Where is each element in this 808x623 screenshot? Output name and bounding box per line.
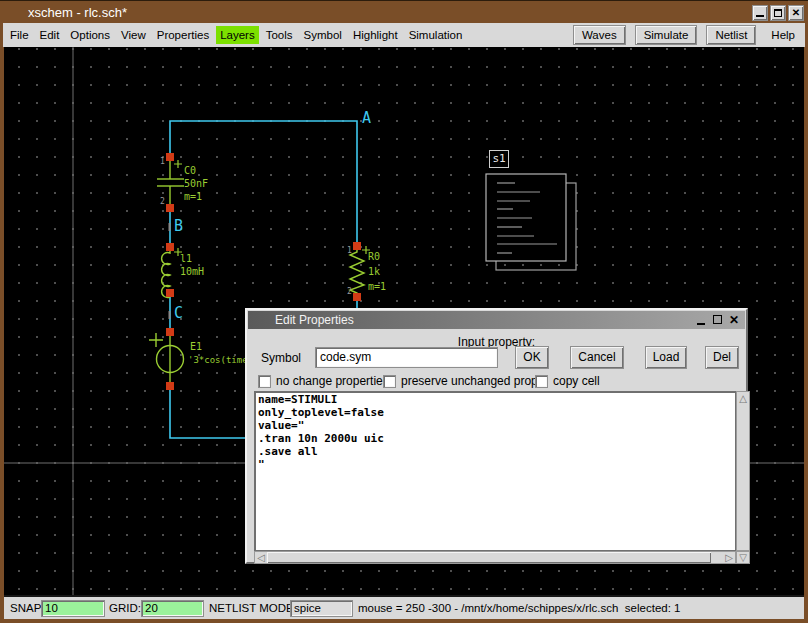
menu-file[interactable]: File [6, 26, 33, 44]
minimize-icon [756, 15, 764, 17]
resistor-value[interactable]: 1k [368, 266, 380, 277]
menu-view[interactable]: View [117, 26, 150, 44]
netlist-mode-input[interactable]: spice [290, 600, 353, 617]
menu-properties[interactable]: Properties [153, 26, 213, 44]
xschem-window: xschem - rlc.sch* ✕ File Edit Options Vi… [0, 0, 808, 623]
menu-tools[interactable]: Tools [262, 26, 297, 44]
resistor-symbol[interactable] [350, 246, 370, 297]
inductor-ref[interactable]: l1 [180, 253, 192, 264]
source-symbol[interactable] [149, 332, 184, 386]
grid-input[interactable]: 20 [141, 600, 204, 617]
waves-button[interactable]: Waves [573, 25, 626, 45]
resistor-pin2: 2 [347, 287, 352, 296]
maximize-icon [713, 315, 722, 324]
capacitor-pin2: 2 [160, 197, 165, 206]
snap-input[interactable]: 10 [41, 600, 105, 617]
no-change-properties-checkbox[interactable] [258, 375, 271, 388]
cancel-button[interactable]: Cancel [570, 346, 624, 369]
copy-cell-label: copy cell [553, 374, 600, 388]
close-icon: ✕ [789, 7, 803, 19]
simulate-button[interactable]: Simulate [635, 25, 698, 45]
scroll-up-icon[interactable]: △ [737, 393, 749, 404]
symbol-input[interactable]: code.sym [315, 347, 498, 368]
dialog-maximize-button[interactable] [711, 313, 725, 327]
node-label-a[interactable]: A [362, 109, 371, 127]
preserve-unchanged-props-checkbox[interactable] [383, 375, 396, 388]
scroll-right-icon[interactable]: ▷ [723, 552, 735, 563]
snap-label: SNAP: [10, 602, 45, 614]
title-bar[interactable]: xschem - rlc.sch* ✕ [0, 1, 808, 23]
resistor-ref[interactable]: R0 [368, 251, 380, 262]
load-button[interactable]: Load [645, 346, 687, 369]
menu-bar: File Edit Options View Properties Layers… [3, 23, 805, 47]
copy-cell-checkbox[interactable] [535, 375, 548, 388]
horizontal-scrollbar[interactable]: ◁ ▷ [254, 551, 736, 564]
code-block-ref[interactable]: s1 [489, 150, 509, 168]
dialog-title: Edit Properties [275, 313, 354, 327]
menu-options[interactable]: Options [66, 26, 114, 44]
window-title: xschem - rlc.sch* [28, 5, 127, 20]
symbol-label: Symbol [261, 351, 301, 365]
menu-simulation[interactable]: Simulation [405, 26, 467, 44]
ok-button[interactable]: OK [515, 346, 549, 369]
dialog-title-bar[interactable]: Edit Properties ✕ [248, 311, 745, 329]
source-ref[interactable]: E1 [190, 341, 202, 352]
window-minimize-button[interactable] [752, 5, 768, 21]
window-close-button[interactable]: ✕ [788, 5, 804, 21]
edit-properties-dialog: Edit Properties ✕ Input property: Symbol… [245, 308, 748, 564]
node-label-c[interactable]: C [174, 304, 183, 322]
status-bar: SNAP: 10 GRID: 20 NETLIST MODE: spice mo… [4, 595, 804, 619]
menu-layers[interactable]: Layers [216, 26, 259, 44]
dialog-minimize-button[interactable] [695, 313, 709, 327]
mouse-status-text: mouse = 250 -300 - /mnt/x/home/schippes/… [358, 602, 680, 614]
capacitor-pin1: 1 [160, 157, 165, 166]
menu-edit[interactable]: Edit [36, 26, 64, 44]
dialog-close-button[interactable]: ✕ [727, 313, 741, 327]
del-button[interactable]: Del [705, 346, 739, 369]
vertical-scrollbar[interactable]: △ [736, 391, 750, 551]
minimize-icon [697, 323, 705, 325]
menu-symbol[interactable]: Symbol [300, 26, 346, 44]
property-textarea[interactable]: name=STIMULI only_toplevel=false value="… [254, 391, 736, 551]
netlist-mode-label: NETLIST MODE: [209, 602, 297, 614]
inductor-value[interactable]: 10mH [180, 266, 204, 277]
menu-help[interactable]: Help [765, 26, 801, 44]
scroll-down-icon: ▽ [737, 552, 749, 563]
scroll-left-icon[interactable]: ◁ [255, 552, 267, 563]
resistor-pin1: 1 [347, 246, 352, 255]
capacitor-mult[interactable]: m=1 [184, 191, 202, 202]
capacitor-value[interactable]: 50nF [184, 178, 208, 189]
code-block-symbol[interactable] [486, 174, 576, 270]
menu-highlight[interactable]: Highlight [349, 26, 402, 44]
scroll-down-button[interactable]: ▽ [736, 551, 750, 564]
no-change-properties-label: no change properties [276, 374, 389, 388]
node-label-b[interactable]: B [174, 217, 183, 235]
close-icon: ✕ [727, 313, 741, 327]
property-text: name=STIMULI only_toplevel=false value="… [258, 393, 735, 471]
netlist-button[interactable]: Netlist [706, 25, 756, 45]
preserve-unchanged-props-label: preserve unchanged props [401, 374, 544, 388]
grid-label: GRID: [109, 602, 141, 614]
resistor-mult[interactable]: m=1 [368, 281, 386, 292]
maximize-icon [774, 9, 782, 17]
capacitor-ref[interactable]: C0 [184, 165, 196, 176]
window-maximize-button[interactable] [770, 5, 786, 21]
horizontal-scroll-thumb[interactable] [267, 552, 711, 563]
